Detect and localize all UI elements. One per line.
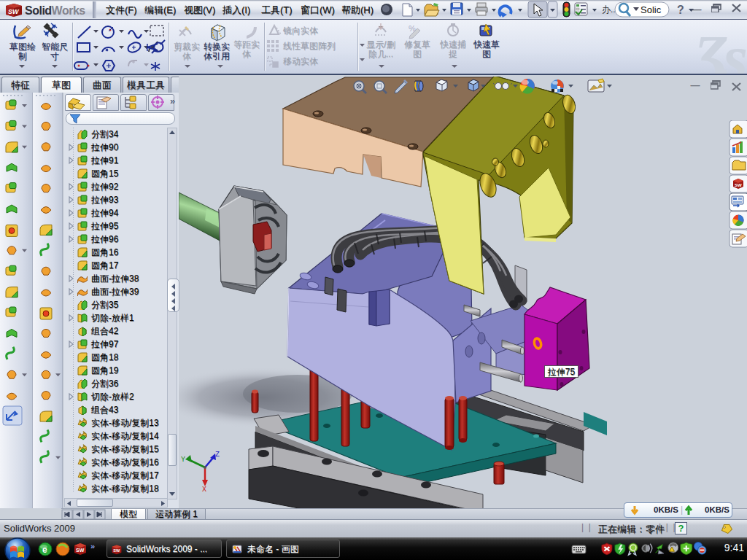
svg-text:Solic: Solic bbox=[640, 4, 662, 15]
svg-text:SW: SW bbox=[735, 183, 742, 187]
svg-text:e: e bbox=[42, 545, 47, 555]
svg-text:SW: SW bbox=[76, 548, 85, 553]
svg-text:办..: 办.. bbox=[602, 4, 616, 15]
svg-text:SW: SW bbox=[8, 8, 20, 15]
svg-text:X: X bbox=[202, 486, 206, 494]
svg-text:?: ? bbox=[677, 4, 684, 16]
svg-text:»: » bbox=[170, 96, 175, 106]
svg-text:SW: SW bbox=[113, 548, 120, 553]
svg-text:%: % bbox=[409, 24, 416, 33]
svg-text:Z: Z bbox=[215, 451, 220, 459]
svg-text:SolidWorks: SolidWorks bbox=[25, 4, 85, 17]
svg-text:Y: Y bbox=[181, 456, 185, 464]
svg-text:»: » bbox=[90, 542, 95, 551]
